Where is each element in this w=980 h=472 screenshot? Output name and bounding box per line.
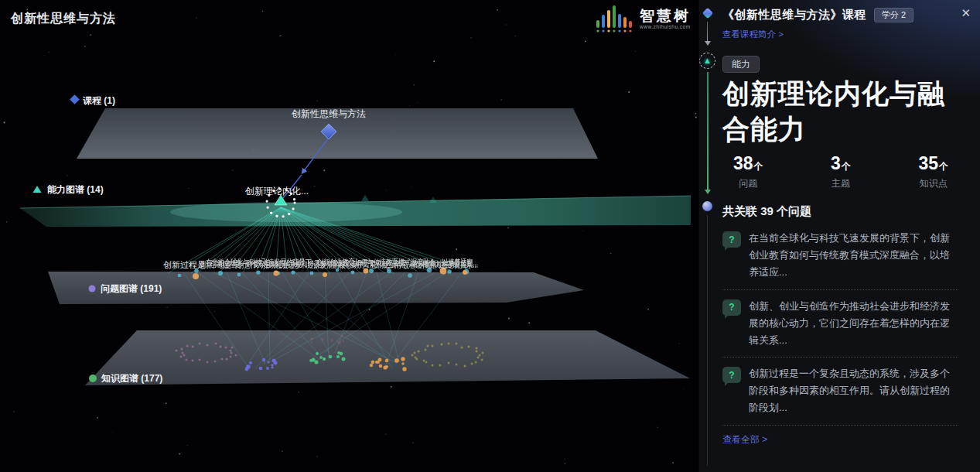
layer-label-ability[interactable]: 能力图谱 (14) [33,184,104,195]
question-bubble-icon: ? [722,231,741,248]
detail-panel: ✕ ▲ 《创新性思维与方法》课程 学分 2 查看课程简介 > 能力 创新理论内化… [698,0,980,472]
knowledge-layer-icon [89,375,97,382]
question-list: ? 在当前全球化与科技飞速发展的背景下，创新创业教育如何与传统教育模式深度融合，… [722,222,958,425]
question-layer-icon [89,286,96,292]
graph-canvas[interactable]: 创新性思维与方法 [0,0,698,472]
stat-questions: 38个 问题 [733,153,763,190]
app-window: 创新性思维与方法 [0,0,980,472]
question-text: 创新、创业与创造作为推动社会进步和经济发展的核心动力，它们之间存在着怎样的内在逻… [749,298,958,348]
related-questions-header: 共关联 39 个问题 [722,204,957,219]
timeline-tail [707,215,708,466]
question-bubble-icon: ? [722,367,741,383]
question-item[interactable]: ? 创新、创业与创造作为推动社会进步和经济发展的核心动力，它们之间存在着怎样的内… [722,290,958,357]
timeline-connector-arrow [707,72,709,190]
zhihuishu-logo: 智慧树 www.zhihuishu.com [595,5,691,34]
layer-label-course[interactable]: 课程 (1) [70,94,115,106]
svg-text:创新性思维与方法: 创新性思维与方法 [291,108,366,119]
timeline: ▲ [699,0,716,472]
credit-badge: 学分 2 [874,8,913,22]
ability-layer-icon [33,186,42,193]
svg-text:能力图谱 (14): 能力图谱 (14) [47,184,104,195]
question-section-icon [702,201,712,211]
question-item[interactable]: ? 创新过程是一个复杂且动态的系统，涉及多个阶段和多种因素的相互作用。请从创新过… [722,357,958,425]
question-text: 创新过程是一个复杂且动态的系统，涉及多个阶段和多种因素的相互作用。请从创新过程的… [749,365,958,416]
ability-stats: 38个 问题 3个 主题 35个 知识点 [722,153,954,190]
logo-bars-icon [595,5,635,34]
ability-node-faint[interactable] [429,197,437,203]
ability-title: 创新理论内化与融合能力 [722,76,964,147]
selected-ability-icon: ▲ [699,53,715,69]
question-label-band: 创新过程是 在当前全球化与科技飞速发展的背景下，创新创业教育如何与传统教育模式深… [163,258,478,269]
svg-text:知识图谱 (177): 知识图谱 (177) [101,373,162,384]
logo-name: 智慧树 [640,9,691,23]
course-diamond-icon [702,8,713,19]
starfield [4,9,697,463]
course-intro-link[interactable]: 查看课程简介 > [722,29,784,40]
stat-topics: 3个 主题 [831,153,851,190]
graph-svg[interactable]: 创新过程是 在当前全球化与科技飞速发展的背景下，创新创业教育如何与传统教育模式深… [0,0,698,472]
svg-text:课程 (1): 课程 (1) [83,95,115,106]
question-text: 在当前全球化与科技飞速发展的背景下，创新创业教育如何与传统教育模式深度融合，以培… [749,230,958,280]
knowledge-layer-plane [85,330,690,385]
course-title: 《创新性思维与方法》课程 [722,8,866,22]
svg-text:创新过程是一个复杂且动态的系统，涉及多个阶段和多种因素的相互: 创新过程是一个复杂且动态的系统，涉及多个阶段和多种因素的相互作用。请从创新过程的… [210,259,478,268]
question-bubble-icon: ? [722,299,741,316]
ability-tag: 能力 [722,56,760,73]
svg-text:问题图谱 (191): 问题图谱 (191) [101,283,162,294]
course-layer-icon [70,94,80,104]
close-button[interactable]: ✕ [961,6,971,20]
triangle-icon: ▲ [703,56,712,65]
stat-knowledge-points: 35个 知识点 [918,153,948,190]
ability-node-faint[interactable] [361,195,369,201]
page-title: 创新性思维与方法 [11,11,116,27]
question-item[interactable]: ? 在当前全球化与科技飞速发展的背景下，创新创业教育如何与传统教育模式深度融合，… [722,222,958,289]
arrow-down-icon [707,22,708,42]
logo-url: www.zhihuishu.com [640,25,691,30]
svg-text:创新理论内化...: 创新理论内化... [244,186,309,197]
view-all-link[interactable]: 查看全部 > [722,433,767,446]
